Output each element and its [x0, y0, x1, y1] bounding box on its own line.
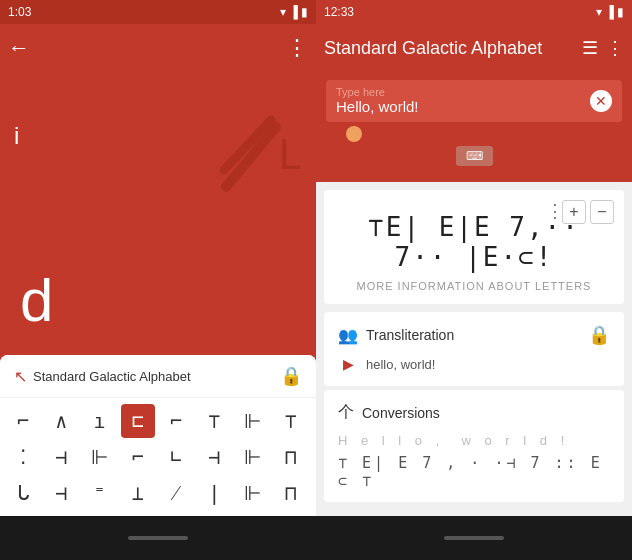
glyph-cell[interactable]: ⊩ [236, 404, 270, 438]
glyph-cell[interactable]: ⊣ [197, 440, 231, 474]
clear-button[interactable]: ✕ [590, 90, 612, 112]
right-title: Standard Galactic Alphabet [324, 38, 542, 59]
glyph-cell[interactable]: ⌐ [6, 404, 40, 438]
right-toolbar-icons: ☰ ⋮ [582, 37, 624, 59]
conversions-card: 个 Conversions H e l l o , w o r l d ! ⊤ … [324, 390, 624, 502]
zoom-controls: + − [562, 200, 614, 224]
input-value-display: Hello, world! [336, 98, 419, 115]
right-status-bar: 12:33 ▾ ▐ ▮ [316, 0, 632, 24]
display-label: MORE INFORMATION ABOUT LETTERS [336, 280, 612, 292]
glyph-cell[interactable]: ⁼ [83, 476, 117, 510]
glyph-cell[interactable]: ı [83, 404, 117, 438]
letter-i-display: i [14, 122, 19, 150]
glyph-cell[interactable]: ⊩ [236, 476, 270, 510]
search-input-area: Type here Hello, world! ✕ ⌨ [316, 72, 632, 182]
left-alphabet-panel: ↖ Standard Galactic Alphabet 🔒 ⌐ ∧ ı ⊏ ⌐… [0, 355, 316, 516]
list-icon[interactable]: ☰ [582, 37, 598, 59]
alphabet-title-row: ↖ Standard Galactic Alphabet [14, 367, 191, 386]
glyph-cell[interactable]: ∟ [159, 440, 193, 474]
left-status-icons: ▾ ▐ ▮ [280, 5, 308, 19]
transliteration-header: 👥 Transliteration 🔒 [338, 324, 610, 346]
conversions-icon: 个 [338, 402, 354, 423]
glyph-cell[interactable]: ⌐ [121, 440, 155, 474]
lock-icon-transliteration: 🔒 [588, 324, 610, 346]
display-card: + − ⋮ ⊤E| E|E 7,·· 7·· |E·⊂! MORE INFORM… [324, 190, 624, 304]
transliteration-label: Transliteration [366, 327, 454, 343]
glyph-cell[interactable]: ∧ [44, 404, 78, 438]
left-status-bar: 1:03 ▾ ▐ ▮ [0, 0, 316, 24]
input-box-inner: Type here Hello, world! [336, 86, 590, 116]
alphabet-title-label: Standard Galactic Alphabet [33, 369, 191, 384]
back-button[interactable]: ← [8, 35, 30, 61]
glyph-cell[interactable]: ⌐ [159, 404, 193, 438]
right-content: + − ⋮ ⊤E| E|E 7,·· 7·· |E·⊂! MORE INFORM… [316, 182, 632, 516]
glyph-cell[interactable]: ⊤ [274, 404, 308, 438]
cursor-dot [346, 126, 362, 142]
conversions-label: Conversions [362, 405, 440, 421]
svg-line-1 [224, 120, 271, 170]
glyph-cell[interactable]: ⊩ [83, 440, 117, 474]
glyph-cell[interactable]: ⊩ [236, 440, 270, 474]
home-indicator [128, 536, 188, 540]
glyph-cell[interactable]: ⁄ [159, 476, 193, 510]
keyboard-icon[interactable]: ⌨ [456, 146, 493, 166]
glyph-cell[interactable]: ⁚ [6, 440, 40, 474]
signal-icon: ▐ [289, 5, 298, 19]
cursor-indicator [326, 122, 622, 142]
letter-d-display: d [20, 266, 53, 335]
left-toolbar: ← ⋮ [0, 24, 316, 72]
conversions-glyphs: ⊤ E| E 7 , · ·⊣ 7 :: E ⊂ ⊤ [338, 454, 610, 490]
right-status-icons: ▾ ▐ ▮ [596, 5, 624, 19]
card-menu-button[interactable]: ⋮ [546, 200, 564, 222]
left-main: i L d [0, 72, 316, 355]
transliteration-icon: 👥 [338, 326, 358, 345]
zoom-plus-button[interactable]: + [562, 200, 586, 224]
input-placeholder: Type here [336, 86, 590, 98]
glyph-cell[interactable]: ⊤ [197, 404, 231, 438]
glyph-cell[interactable]: ⊣ [44, 440, 78, 474]
transliteration-text: hello, world! [366, 357, 435, 372]
slash-glyph [216, 112, 286, 182]
glyph-cell[interactable]: ∣ [197, 476, 231, 510]
left-panel: 1:03 ▾ ▐ ▮ ← ⋮ i L d ↖ Standard Galactic [0, 0, 316, 560]
glyph-cell[interactable]: ⊥ [121, 476, 155, 510]
play-row: ▶ hello, world! [338, 354, 610, 374]
glyph-grid: ⌐ ∧ ı ⊏ ⌐ ⊤ ⊩ ⊤ ⁚ ⊣ ⊩ ⌐ ∟ ⊣ ⊩ ⊓ ᒐ ⊣ ⁼ ⊥ … [0, 398, 316, 516]
left-nav-bar [0, 516, 316, 560]
play-button[interactable]: ▶ [338, 354, 358, 374]
transliteration-title-row: 👥 Transliteration [338, 326, 454, 345]
glyph-cell[interactable]: ⊓ [274, 440, 308, 474]
glyph-cell[interactable]: ᒐ [6, 476, 40, 510]
alphabet-panel-header: ↖ Standard Galactic Alphabet 🔒 [0, 355, 316, 398]
glyph-cell-selected[interactable]: ⊏ [121, 404, 155, 438]
overflow-menu-right[interactable]: ⋮ [606, 37, 624, 59]
glyph-cell[interactable]: ⊓ [274, 476, 308, 510]
battery-icon: ▮ [301, 5, 308, 19]
left-time: 1:03 [8, 5, 31, 19]
wifi-icon: ▾ [280, 5, 286, 19]
conversions-spaced-text: H e l l o , w o r l d ! [338, 433, 610, 448]
keyboard-hint: ⌨ [326, 142, 622, 170]
right-time: 12:33 [324, 5, 354, 19]
arrow-icon: ↖ [14, 367, 27, 386]
overflow-menu-button[interactable]: ⋮ [286, 35, 308, 61]
battery-icon-right: ▮ [617, 5, 624, 19]
wifi-icon-right: ▾ [596, 5, 602, 19]
right-panel: 12:33 ▾ ▐ ▮ Standard Galactic Alphabet ☰… [316, 0, 632, 560]
right-home-indicator [444, 536, 504, 540]
glyph-cell[interactable]: ⊣ [44, 476, 78, 510]
transliteration-card: 👥 Transliteration 🔒 ▶ hello, world! [324, 312, 624, 386]
right-toolbar: Standard Galactic Alphabet ☰ ⋮ [316, 24, 632, 72]
right-nav-bar [316, 516, 632, 560]
signal-icon-right: ▐ [605, 5, 614, 19]
zoom-minus-button[interactable]: − [590, 200, 614, 224]
lock-icon: 🔒 [280, 365, 302, 387]
input-box: Type here Hello, world! ✕ [326, 80, 622, 122]
conversions-title-row: 个 Conversions [338, 402, 610, 423]
